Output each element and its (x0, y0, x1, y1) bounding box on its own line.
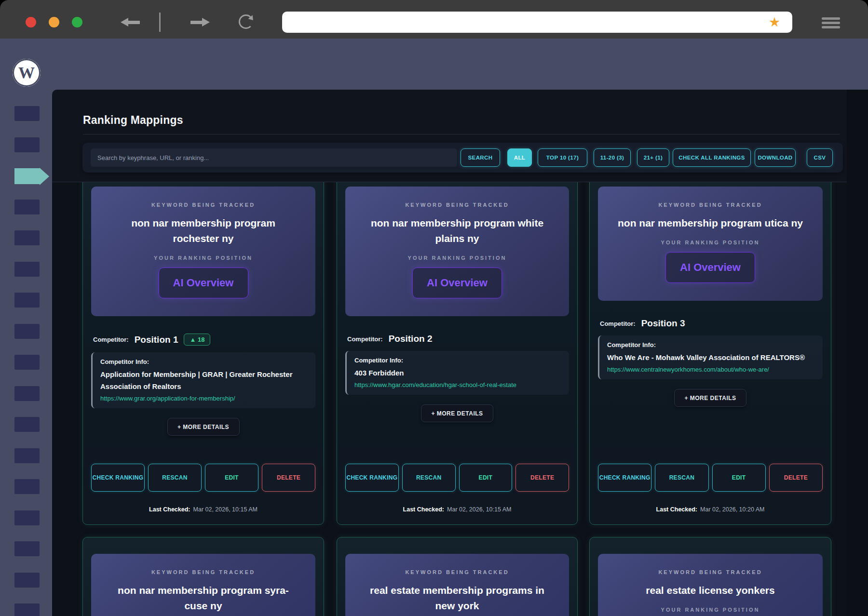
competitor-url-link[interactable]: https://www.grar.org/application-for-mem… (100, 394, 308, 403)
competitor-url-link[interactable]: https://www.centralnewyorkhomes.com/abou… (607, 365, 815, 374)
last-checked-value: Mar 02, 2026, 10:15 AM (193, 506, 258, 513)
edit-button[interactable]: EDIT (459, 464, 513, 492)
last-checked-label: Last Checked: (149, 506, 190, 513)
competitor-info-title: 403 Forbidden (354, 367, 561, 379)
keyword-text: real estate membership programs in new y… (355, 583, 559, 614)
menu-icon[interactable] (822, 17, 840, 30)
ai-overview-button[interactable]: AI Overview (159, 268, 248, 298)
delete-button[interactable]: DELETE (769, 464, 823, 492)
rescan-button[interactable]: RESCAN (655, 464, 708, 492)
competitor-info-label: Competitor Info: (100, 358, 308, 366)
search-button[interactable]: SEARCH (461, 148, 500, 167)
sidebar-menu (0, 39, 52, 616)
delete-button[interactable]: DELETE (262, 464, 315, 492)
download-button[interactable]: DOWNLOAD (755, 148, 796, 167)
competitor-url-link[interactable]: https://www.hgar.com/education/hgar-scho… (354, 381, 561, 389)
filter-all-button[interactable]: ALL (507, 148, 532, 167)
zoom-window-button[interactable] (72, 17, 82, 27)
your-ranking-label: YOUR RANKING POSITION (608, 606, 813, 614)
sidebar-menu-item[interactable] (14, 293, 40, 308)
keyword-tracked-label: KEYWORD BEING TRACKED (355, 568, 559, 576)
sidebar-active-item-arrow[interactable] (14, 168, 40, 184)
competitor-position: Position 2 (389, 334, 433, 344)
sidebar-menu-item[interactable] (14, 106, 40, 121)
filter-21plus-button[interactable]: 21+ (1) (637, 148, 669, 167)
sidebar-menu-item[interactable] (14, 200, 40, 214)
keyword-text: non nar membership program white plains … (355, 215, 559, 246)
toolbar-divider (159, 13, 161, 32)
rescan-button[interactable]: RESCAN (402, 464, 456, 492)
back-icon[interactable] (120, 18, 141, 27)
keyword-text: non nar membership program rochester ny (101, 215, 306, 246)
ranking-card: KEYWORD BEING TRACKED non nar membership… (589, 182, 831, 525)
right-gutter (847, 90, 868, 616)
last-checked-label: Last Checked: (656, 506, 697, 513)
keyword-text: real estate license yonkers (608, 583, 813, 598)
csv-button[interactable]: CSV (807, 148, 833, 167)
screen: ★ W Ranking Mappings SEARCH ALL TOP 10 (… (0, 0, 868, 616)
competitor-label: Competitor: (93, 336, 129, 343)
sidebar-menu-item[interactable] (14, 324, 40, 339)
keyword-tracked-label: KEYWORD BEING TRACKED (355, 201, 559, 209)
rescan-button[interactable]: RESCAN (148, 464, 202, 492)
sidebar-menu-item[interactable] (14, 541, 40, 556)
reload-icon[interactable] (239, 14, 253, 29)
keyword-tracked-label: KEYWORD BEING TRACKED (608, 201, 813, 209)
sidebar-menu-item[interactable] (14, 230, 40, 245)
filter-top10-button[interactable]: TOP 10 (17) (538, 148, 587, 167)
sidebar-menu-item[interactable] (14, 603, 40, 616)
last-checked-value: Mar 02, 2026, 10:15 AM (447, 506, 511, 513)
close-window-button[interactable] (26, 17, 36, 27)
edit-button[interactable]: EDIT (205, 464, 258, 492)
ai-overview-button[interactable]: AI Overview (665, 252, 755, 283)
check-ranking-button[interactable]: CHECK RANKING (598, 464, 651, 492)
keyword-header: KEYWORD BEING TRACKED non nar membership… (91, 187, 315, 316)
edit-button[interactable]: EDIT (712, 464, 766, 492)
more-details-button[interactable]: + MORE DETAILS (674, 389, 746, 407)
card-actions: CHECK RANKING RESCAN EDIT DELETE Last Ch… (345, 464, 569, 514)
filter-11-20-button[interactable]: 11-20 (3) (594, 148, 631, 167)
sidebar-menu-item[interactable] (14, 262, 40, 277)
forward-icon[interactable] (190, 18, 211, 27)
last-checked: Last Checked:Mar 02, 2026, 10:15 AM (91, 506, 315, 514)
ranking-card: KEYWORD BEING TRACKED non nar membership… (82, 182, 324, 525)
ranking-card: KEYWORD BEING TRACKED non nar membership… (82, 537, 324, 616)
competitor-info-label: Competitor Info: (354, 356, 561, 365)
competitor-row: Competitor: Position 2 (347, 334, 569, 344)
check-ranking-button[interactable]: CHECK RANKING (91, 464, 145, 492)
title-divider (83, 134, 840, 134)
check-ranking-button[interactable]: CHECK RANKING (345, 464, 399, 492)
sidebar-menu-item[interactable] (14, 479, 40, 494)
competitor-info-box: Competitor Info: Who We Are - Mohawk Val… (598, 335, 823, 379)
sidebar-menu-item[interactable] (14, 573, 40, 588)
ai-overview-button[interactable]: AI Overview (412, 268, 502, 298)
competitor-info-box: Competitor Info: Application for Members… (91, 352, 315, 408)
sidebar-menu-item[interactable] (14, 448, 40, 463)
card-actions: CHECK RANKING RESCAN EDIT DELETE Last Ch… (91, 464, 315, 514)
sidebar-menu-item[interactable] (14, 417, 40, 432)
check-all-rankings-button[interactable]: CHECK ALL RANKINGS (673, 148, 751, 167)
competitor-info-title: Who We Are - Mohawk Valley Association o… (607, 351, 815, 363)
competitor-label: Competitor: (347, 335, 383, 343)
competitor-row: Competitor: Position 1 ▲ 18 (93, 334, 315, 346)
ranking-card: KEYWORD BEING TRACKED non nar membership… (337, 182, 578, 525)
url-bar[interactable] (282, 12, 792, 33)
delete-button[interactable]: DELETE (515, 464, 569, 492)
sidebar-menu-item[interactable] (14, 137, 40, 152)
sidebar-menu-item[interactable] (14, 386, 40, 401)
keyword-text: non nar membership program syra- cuse ny (101, 583, 306, 614)
keyword-tracked-label: KEYWORD BEING TRACKED (101, 568, 306, 576)
more-details-button[interactable]: + MORE DETAILS (421, 404, 493, 422)
sidebar-menu-item[interactable] (14, 355, 40, 370)
keyword-tracked-label: KEYWORD BEING TRACKED (101, 201, 306, 209)
sidebar-menu-item[interactable] (14, 510, 40, 525)
cards-scroll-area[interactable]: KEYWORD BEING TRACKED non nar membership… (52, 182, 847, 616)
search-input[interactable] (91, 148, 457, 167)
keyword-header: KEYWORD BEING TRACKED real estate member… (345, 554, 569, 616)
search-toolbar: SEARCH ALL TOP 10 (17) 11-20 (3) 21+ (1)… (82, 143, 843, 173)
bookmark-star-icon[interactable]: ★ (769, 14, 780, 30)
last-checked-label: Last Checked: (403, 506, 444, 513)
minimize-window-button[interactable] (49, 17, 59, 27)
more-details-button[interactable]: + MORE DETAILS (167, 418, 240, 436)
competitor-info-label: Competitor Info: (607, 341, 815, 349)
